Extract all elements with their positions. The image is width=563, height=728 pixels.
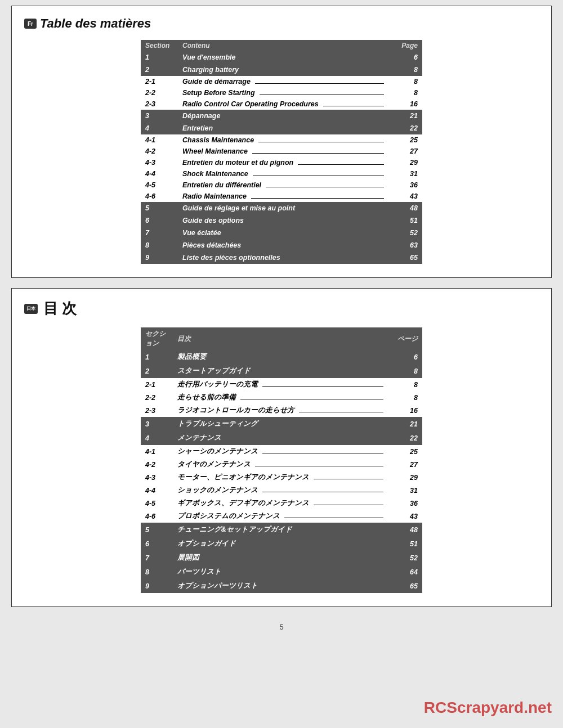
row-page: 21 <box>391 110 422 122</box>
row-content: Entretien <box>178 122 391 134</box>
table-row: 4-4ショックのメンテナンス31 <box>141 484 422 497</box>
row-page: 27 <box>390 458 422 471</box>
row-content: Wheel Maintenance <box>178 146 391 157</box>
row-section: 2-1 <box>141 378 173 391</box>
japanese-toc-table: セクション 目次 ページ 1製品概要62スタートアップガイド82-1走行用バッテ… <box>141 327 422 593</box>
row-section: 2-3 <box>141 98 178 110</box>
french-toc-section: Fr Table des matières Section Contenu Pa… <box>11 6 552 278</box>
row-section: 8 <box>141 565 173 579</box>
row-section: 1 <box>141 350 173 364</box>
row-content: Radio Control Car Operating Procedures <box>178 98 391 110</box>
row-content: Guide de démarrage <box>178 76 391 87</box>
row-content: ショックのメンテナンス <box>173 484 390 497</box>
row-section: 4-6 <box>141 510 173 523</box>
row-content: トラブルシューティング <box>173 417 390 431</box>
row-page: 16 <box>390 404 422 417</box>
row-page: 6 <box>390 350 422 364</box>
japanese-toc-section: 日本 目 次 セクション 目次 ページ 1製品概要62スタートアップガイド82-… <box>11 288 552 607</box>
row-section: 9 <box>141 251 178 264</box>
row-page: 31 <box>391 168 422 179</box>
row-page: 52 <box>391 227 422 239</box>
row-content: パーツリスト <box>173 565 390 579</box>
row-content: Charging battery <box>178 64 391 76</box>
row-content: プロポシステムのメンテナンス <box>173 510 390 523</box>
row-page: 27 <box>391 146 422 157</box>
row-content: Liste des pièces optionnelles <box>178 251 391 264</box>
table-row: 4メンテナンス22 <box>141 431 422 445</box>
row-page: 29 <box>390 471 422 484</box>
row-content: 展開図 <box>173 551 390 565</box>
row-section: 4-1 <box>141 134 178 146</box>
row-page: 63 <box>391 239 422 251</box>
table-row: 2-2走らせる前の準備8 <box>141 391 422 404</box>
row-page: 36 <box>391 179 422 191</box>
table-row: 3トラブルシューティング21 <box>141 417 422 431</box>
row-page: 43 <box>390 510 422 523</box>
page-footer: 5 <box>11 623 552 631</box>
row-page: 21 <box>390 417 422 431</box>
row-section: 2 <box>141 364 173 378</box>
row-section: 2-2 <box>141 87 178 98</box>
row-section: 4-4 <box>141 484 173 497</box>
japanese-col-content-header: 目次 <box>173 327 390 350</box>
row-content: Shock Maintenance <box>178 168 391 179</box>
row-content: 走らせる前の準備 <box>173 391 390 404</box>
table-row: 4-3モーター、ピニオンギアのメンテナンス29 <box>141 471 422 484</box>
row-page: 8 <box>391 64 422 76</box>
row-section: 5 <box>141 523 173 537</box>
row-content: シャーシのメンテナンス <box>173 445 390 458</box>
table-row: 2Charging battery8 <box>141 64 422 76</box>
row-section: 4-1 <box>141 445 173 458</box>
row-page: 8 <box>390 391 422 404</box>
french-table-header: Section Contenu Page <box>141 40 422 51</box>
row-section: 5 <box>141 202 178 214</box>
row-content: Vue éclatée <box>178 227 391 239</box>
japanese-col-section-header: セクション <box>141 327 173 350</box>
row-page: 25 <box>390 445 422 458</box>
row-section: 1 <box>141 51 178 64</box>
row-section: 4-6 <box>141 191 178 202</box>
table-row: 1Vue d'ensemble6 <box>141 51 422 64</box>
row-section: 2 <box>141 64 178 76</box>
page-number: 5 <box>279 623 283 631</box>
row-page: 22 <box>391 122 422 134</box>
row-section: 4-4 <box>141 168 178 179</box>
row-page: 29 <box>391 157 422 168</box>
row-page: 8 <box>391 76 422 87</box>
table-row: 4-3Entretien du moteur et du pignon29 <box>141 157 422 168</box>
row-page: 25 <box>391 134 422 146</box>
row-section: 2-2 <box>141 391 173 404</box>
row-content: ギアボックス、デフギアのメンテナンス <box>173 497 390 510</box>
french-col-page-header: Page <box>391 40 422 51</box>
row-section: 3 <box>141 110 178 122</box>
table-row: 2-2Setup Before Starting8 <box>141 87 422 98</box>
table-row: 4-1Chassis Maintenance25 <box>141 134 422 146</box>
row-page: 51 <box>390 537 422 551</box>
row-content: チューニング&セットアップガイド <box>173 523 390 537</box>
row-content: Entretien du moteur et du pignon <box>178 157 391 168</box>
french-col-content-header: Contenu <box>178 40 391 51</box>
table-row: 4-2タイヤのメンテナンス27 <box>141 458 422 471</box>
row-section: 9 <box>141 579 173 593</box>
row-section: 2-1 <box>141 76 178 87</box>
row-page: 43 <box>391 191 422 202</box>
row-content: ラジオコントロールカーの走らせ方 <box>173 404 390 417</box>
row-section: 4-2 <box>141 146 178 157</box>
table-row: 6オプションガイド51 <box>141 537 422 551</box>
row-section: 7 <box>141 551 173 565</box>
table-row: 9Liste des pièces optionnelles65 <box>141 251 422 264</box>
japanese-section-header: 日本 目 次 <box>24 299 539 318</box>
row-content: Pièces détachées <box>178 239 391 251</box>
table-row: 4-6プロポシステムのメンテナンス43 <box>141 510 422 523</box>
table-row: 2スタートアップガイド8 <box>141 364 422 378</box>
table-row: 2-1走行用バッテリーの充電8 <box>141 378 422 391</box>
table-row: 5チューニング&セットアップガイド48 <box>141 523 422 537</box>
row-content: スタートアップガイド <box>173 364 390 378</box>
row-section: 2-3 <box>141 404 173 417</box>
row-page: 6 <box>391 51 422 64</box>
row-page: 48 <box>390 523 422 537</box>
table-row: 8Pièces détachées63 <box>141 239 422 251</box>
japanese-flag-badge: 日本 <box>24 304 38 314</box>
row-content: Dépannage <box>178 110 391 122</box>
japanese-section-title: 目 次 <box>43 299 77 318</box>
